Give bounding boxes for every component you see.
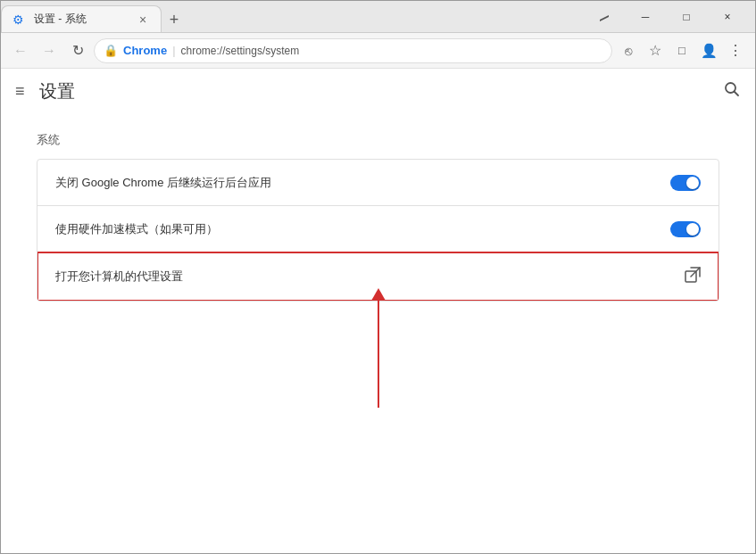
profile-button[interactable]: 👤 bbox=[696, 38, 721, 63]
window-minimize-button[interactable]: ─ bbox=[625, 1, 666, 33]
share-icon: ⎋ bbox=[625, 44, 632, 58]
address-bar[interactable]: 🔒 Chrome | chrome://settings/system bbox=[94, 38, 612, 63]
tab-favicon: ⚙ bbox=[12, 12, 27, 27]
window-collapse-button[interactable] bbox=[584, 1, 625, 33]
arrow-head bbox=[371, 288, 386, 301]
share-button[interactable]: ⎋ bbox=[616, 38, 641, 63]
setting-row-background-apps: 关闭 Google Chrome 后继续运行后台应用 bbox=[37, 160, 719, 206]
svg-line-1 bbox=[735, 92, 739, 96]
tab-search-button[interactable]: □ bbox=[669, 38, 694, 63]
forward-button[interactable]: → bbox=[37, 38, 62, 63]
browser-window: ⚙ 设置 - 系统 × + ─ □ × ← → ↻ 🔒 Chrome bbox=[0, 0, 756, 554]
refresh-button[interactable]: ↻ bbox=[65, 38, 90, 63]
toolbar-right: ⎋ ☆ □ 👤 ⋮ bbox=[616, 38, 748, 63]
settings-header: ≡ 设置 bbox=[1, 69, 755, 114]
tab-close-button[interactable]: × bbox=[136, 12, 150, 27]
arrow-annotation bbox=[371, 288, 386, 408]
external-link-icon bbox=[685, 267, 701, 286]
arrow-line bbox=[378, 301, 379, 408]
window-controls: ─ □ × bbox=[584, 1, 755, 32]
active-tab[interactable]: ⚙ 设置 - 系统 × bbox=[1, 5, 162, 32]
window-close-button[interactable]: × bbox=[707, 1, 748, 33]
sidebar-toggle-button[interactable]: ≡ bbox=[15, 82, 25, 101]
menu-button[interactable]: ⋮ bbox=[723, 38, 748, 63]
menu-icon: ⋮ bbox=[728, 42, 743, 59]
title-bar: ⚙ 设置 - 系统 × + ─ □ × bbox=[1, 1, 755, 33]
tab-search-icon: □ bbox=[678, 44, 685, 57]
settings-card: 关闭 Google Chrome 后继续运行后台应用 使用硬件加速模式（如果可用… bbox=[37, 159, 719, 302]
url-text: chrome://settings/system bbox=[181, 45, 300, 57]
profile-icon: 👤 bbox=[701, 43, 718, 59]
url-divider: | bbox=[172, 44, 175, 57]
refresh-icon: ↻ bbox=[72, 42, 84, 59]
section-title: 系统 bbox=[37, 132, 719, 148]
browser-toolbar: ← → ↻ 🔒 Chrome | chrome://settings/syste… bbox=[1, 33, 755, 69]
background-apps-label: 关闭 Google Chrome 后继续运行后台应用 bbox=[55, 175, 670, 191]
tab-strip: ⚙ 设置 - 系统 × + bbox=[1, 1, 584, 32]
secure-icon: 🔒 bbox=[104, 44, 118, 57]
settings-body: 系统 关闭 Google Chrome 后继续运行后台应用 使用硬件加速模式（如… bbox=[1, 114, 755, 553]
proxy-settings-label: 打开您计算机的代理设置 bbox=[55, 269, 685, 285]
bookmark-icon: ☆ bbox=[649, 42, 661, 59]
back-button[interactable]: ← bbox=[8, 38, 33, 63]
tab-title: 设置 - 系统 bbox=[34, 12, 129, 27]
window-maximize-button[interactable]: □ bbox=[666, 1, 707, 33]
new-tab-button[interactable]: + bbox=[162, 7, 187, 32]
page-content: ≡ 设置 系统 关闭 Google Chrome 后继续运行后台应用 bbox=[1, 69, 755, 553]
svg-line-3 bbox=[691, 268, 700, 277]
forward-icon: → bbox=[42, 43, 56, 59]
toggle-thumb-2 bbox=[686, 223, 699, 236]
setting-row-hardware-acceleration: 使用硬件加速模式（如果可用） bbox=[37, 206, 719, 252]
hardware-acceleration-toggle[interactable] bbox=[670, 221, 701, 237]
bookmark-button[interactable]: ☆ bbox=[643, 38, 668, 63]
chrome-label: Chrome bbox=[123, 44, 167, 57]
page-title: 设置 bbox=[39, 79, 75, 103]
back-icon: ← bbox=[13, 43, 28, 59]
hardware-acceleration-label: 使用硬件加速模式（如果可用） bbox=[55, 221, 670, 237]
toggle-thumb bbox=[686, 177, 699, 189]
background-apps-toggle[interactable] bbox=[670, 175, 701, 191]
search-button[interactable] bbox=[723, 80, 741, 103]
